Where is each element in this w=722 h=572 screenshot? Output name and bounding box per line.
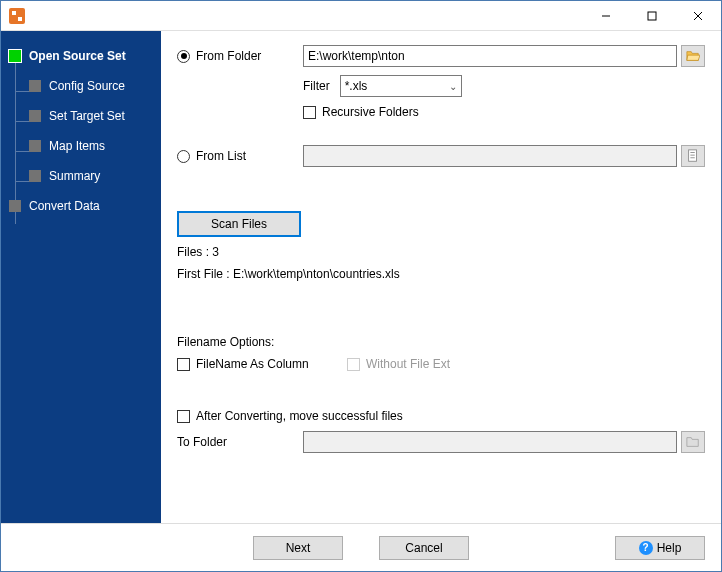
folder-open-icon [686,49,700,63]
from-folder-label: From Folder [196,49,261,63]
sidebar-item-label: Config Source [49,79,125,93]
next-button[interactable]: Next [253,536,343,560]
titlebar [1,1,721,31]
browse-folder-button[interactable] [681,45,705,67]
first-file-label: First File : E:\work\temp\nton\countries… [177,267,400,281]
filename-as-column-label: FileName As Column [196,357,309,371]
filename-options-heading: Filename Options: [177,335,274,349]
folder-icon [686,435,700,449]
sidebar-item-map-items[interactable]: Map Items [1,131,161,161]
filter-combo[interactable]: *.xls ⌄ [340,75,462,97]
scan-files-button[interactable]: Scan Files [177,211,301,237]
checkbox-icon [177,410,190,423]
file-icon [686,149,700,163]
radio-icon [177,50,190,63]
sidebar-item-label: Convert Data [29,199,100,213]
without-file-ext-checkbox: Without File Ext [347,357,450,371]
minimize-button[interactable] [583,1,629,31]
after-convert-checkbox[interactable]: After Converting, move successful files [177,409,403,423]
chevron-down-icon: ⌄ [449,81,457,92]
filename-as-column-checkbox[interactable]: FileName As Column [177,357,347,371]
after-convert-label: After Converting, move successful files [196,409,403,423]
sidebar-item-label: Summary [49,169,100,183]
main-content: From Folder Filter *.xls ⌄ [161,31,721,523]
sidebar-item-summary[interactable]: Summary [1,161,161,191]
sidebar-item-label: Open Source Set [29,49,126,63]
radio-icon [177,150,190,163]
sidebar-item-set-target-set[interactable]: Set Target Set [1,101,161,131]
cancel-button[interactable]: Cancel [379,536,469,560]
app-window: Open Source Set Config Source Set Target… [0,0,722,572]
sidebar-item-label: Set Target Set [49,109,125,123]
filter-value: *.xls [345,79,368,93]
app-icon [9,8,25,24]
sidebar-item-label: Map Items [49,139,105,153]
sidebar-item-convert-data[interactable]: Convert Data [1,191,161,221]
files-count-label: Files : 3 [177,245,219,259]
svg-rect-1 [648,12,656,20]
filter-label: Filter [303,79,330,93]
maximize-button[interactable] [629,1,675,31]
sidebar-item-config-source[interactable]: Config Source [1,71,161,101]
help-button[interactable]: ? Help [615,536,705,560]
from-list-label: From List [196,149,246,163]
help-icon: ? [639,541,653,555]
sidebar-item-open-source-set[interactable]: Open Source Set [1,41,161,71]
browse-to-folder-button[interactable] [681,431,705,453]
checkbox-icon [347,358,360,371]
recursive-checkbox[interactable]: Recursive Folders [303,105,419,119]
from-folder-radio[interactable]: From Folder [177,49,303,63]
to-folder-label: To Folder [177,435,227,449]
recursive-label: Recursive Folders [322,105,419,119]
without-file-ext-label: Without File Ext [366,357,450,371]
to-folder-input[interactable] [303,431,677,453]
from-list-radio[interactable]: From List [177,149,303,163]
checkbox-icon [303,106,316,119]
from-folder-input[interactable] [303,45,677,67]
close-button[interactable] [675,1,721,31]
wizard-sidebar: Open Source Set Config Source Set Target… [1,31,161,523]
footer: Next Cancel ? Help [1,523,721,571]
checkbox-icon [177,358,190,371]
from-list-input[interactable] [303,145,677,167]
browse-list-button[interactable] [681,145,705,167]
